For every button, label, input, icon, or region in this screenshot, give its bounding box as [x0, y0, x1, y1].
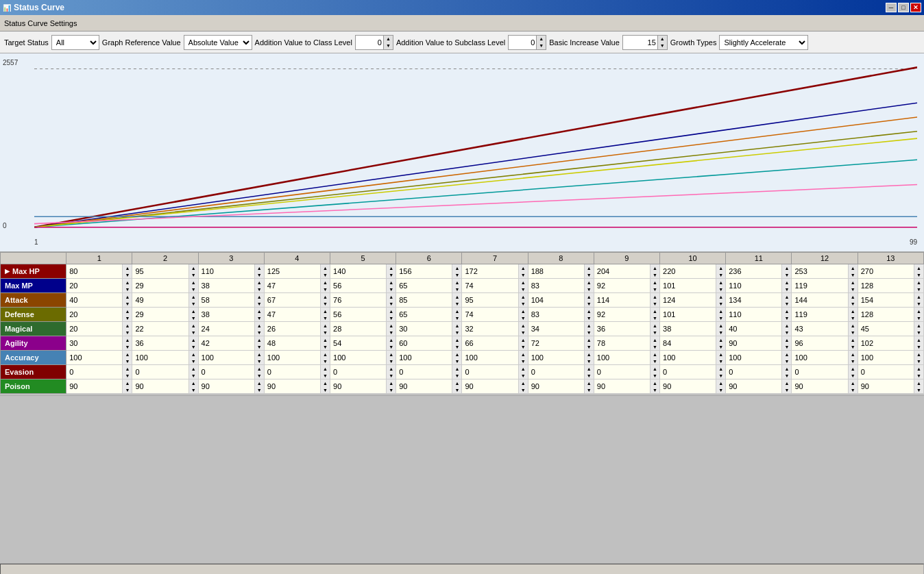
cell-spin-down[interactable]: ▼ [189, 286, 198, 292]
cell-spin-up[interactable]: ▲ [781, 293, 791, 300]
cell-spin-up[interactable]: ▲ [189, 279, 198, 286]
cell-spin-down[interactable]: ▼ [716, 386, 725, 393]
cell-spin-up[interactable]: ▲ [584, 322, 594, 329]
cell-spin-up[interactable]: ▲ [189, 351, 198, 358]
cell-spin-up[interactable]: ▲ [584, 293, 594, 300]
cell-spin-down[interactable]: ▼ [584, 300, 594, 307]
cell-spin-down[interactable]: ▼ [584, 358, 594, 364]
cell-spin-down[interactable]: ▼ [584, 314, 594, 321]
cell-spin-up[interactable]: ▲ [122, 279, 132, 286]
cell-spin-down[interactable]: ▼ [781, 271, 791, 278]
cell-spin-down[interactable]: ▼ [452, 314, 461, 321]
cell-spin-up[interactable]: ▲ [716, 379, 725, 386]
cell-spin-down[interactable]: ▼ [386, 372, 396, 379]
cell-spin-down[interactable]: ▼ [848, 300, 858, 307]
cell-spin-up[interactable]: ▲ [584, 264, 594, 271]
cell-spin-up[interactable]: ▲ [781, 336, 791, 343]
cell-spin-down[interactable]: ▼ [189, 358, 198, 364]
cell-spin-up[interactable]: ▲ [914, 293, 923, 300]
cell-spin-down[interactable]: ▼ [452, 300, 461, 307]
cell-spin-up[interactable]: ▲ [650, 336, 659, 343]
cell-spin-down[interactable]: ▼ [848, 372, 858, 379]
cell-spin-up[interactable]: ▲ [452, 336, 461, 343]
cell-spin-up[interactable]: ▲ [189, 336, 198, 343]
cell-spin-up[interactable]: ▲ [716, 336, 725, 343]
cell-spin-down[interactable]: ▼ [518, 329, 528, 336]
cell-spin-down[interactable]: ▼ [518, 286, 528, 292]
cell-spin-up[interactable]: ▲ [122, 351, 132, 358]
cell-spin-down[interactable]: ▼ [914, 286, 923, 292]
cell-spin-down[interactable]: ▼ [518, 343, 528, 350]
cell-spin-down[interactable]: ▼ [650, 358, 659, 364]
cell-spin-up[interactable]: ▲ [518, 322, 528, 329]
cell-spin-down[interactable]: ▼ [716, 286, 725, 292]
cell-spin-up[interactable]: ▲ [914, 322, 923, 329]
cell-spin-down[interactable]: ▼ [386, 314, 396, 321]
cell-spin-up[interactable]: ▲ [650, 379, 659, 386]
cell-spin-down[interactable]: ▼ [716, 314, 725, 321]
cell-spin-down[interactable]: ▼ [584, 343, 594, 350]
cell-spin-down[interactable]: ▼ [189, 271, 198, 278]
cell-spin-up[interactable]: ▲ [716, 308, 725, 314]
cell-spin-down[interactable]: ▼ [518, 300, 528, 307]
cell-spin-up[interactable]: ▲ [848, 293, 858, 300]
cell-spin-down[interactable]: ▼ [254, 286, 264, 292]
target-status-select[interactable]: All [51, 35, 99, 50]
add-subclass-up[interactable]: ▲ [536, 36, 546, 42]
cell-spin-down[interactable]: ▼ [650, 300, 659, 307]
cell-spin-down[interactable]: ▼ [518, 386, 528, 393]
cell-spin-down[interactable]: ▼ [320, 329, 330, 336]
cell-spin-up[interactable]: ▲ [254, 365, 264, 372]
cell-spin-down[interactable]: ▼ [254, 343, 264, 350]
cell-spin-down[interactable]: ▼ [452, 286, 461, 292]
maximize-button[interactable]: □ [898, 3, 909, 12]
cell-spin-down[interactable]: ▼ [584, 386, 594, 393]
cell-spin-up[interactable]: ▲ [122, 322, 132, 329]
cell-spin-down[interactable]: ▼ [914, 329, 923, 336]
cell-spin-up[interactable]: ▲ [650, 293, 659, 300]
row-label-magical[interactable]: Magical [1, 322, 66, 336]
cell-spin-down[interactable]: ▼ [716, 343, 725, 350]
cell-spin-down[interactable]: ▼ [189, 372, 198, 379]
cell-spin-up[interactable]: ▲ [650, 264, 659, 271]
cell-spin-down[interactable]: ▼ [320, 386, 330, 393]
cell-spin-up[interactable]: ▲ [584, 351, 594, 358]
cell-spin-down[interactable]: ▼ [848, 271, 858, 278]
cell-spin-up[interactable]: ▲ [452, 365, 461, 372]
cell-spin-up[interactable]: ▲ [716, 322, 725, 329]
cell-spin-down[interactable]: ▼ [386, 358, 396, 364]
cell-spin-down[interactable]: ▼ [122, 271, 132, 278]
cell-spin-down[interactable]: ▼ [122, 386, 132, 393]
cell-spin-up[interactable]: ▲ [584, 279, 594, 286]
cell-spin-down[interactable]: ▼ [650, 329, 659, 336]
cell-spin-down[interactable]: ▼ [254, 300, 264, 307]
cell-spin-up[interactable]: ▲ [386, 379, 396, 386]
cell-spin-up[interactable]: ▲ [848, 336, 858, 343]
add-subclass-input[interactable] [509, 36, 536, 49]
cell-spin-down[interactable]: ▼ [320, 358, 330, 364]
cell-spin-down[interactable]: ▼ [386, 286, 396, 292]
cell-spin-up[interactable]: ▲ [518, 264, 528, 271]
cell-spin-down[interactable]: ▼ [254, 329, 264, 336]
cell-spin-down[interactable]: ▼ [320, 300, 330, 307]
cell-spin-up[interactable]: ▲ [781, 365, 791, 372]
cell-spin-up[interactable]: ▲ [254, 308, 264, 314]
cell-spin-down[interactable]: ▼ [122, 343, 132, 350]
cell-spin-down[interactable]: ▼ [781, 372, 791, 379]
cell-spin-down[interactable]: ▼ [914, 386, 923, 393]
cell-spin-up[interactable]: ▲ [914, 336, 923, 343]
cell-spin-down[interactable]: ▼ [386, 386, 396, 393]
cell-spin-down[interactable]: ▼ [189, 300, 198, 307]
cell-spin-down[interactable]: ▼ [254, 271, 264, 278]
cell-spin-up[interactable]: ▲ [914, 279, 923, 286]
cell-spin-down[interactable]: ▼ [914, 372, 923, 379]
cell-spin-up[interactable]: ▲ [781, 379, 791, 386]
cell-spin-down[interactable]: ▼ [254, 314, 264, 321]
cell-spin-up[interactable]: ▲ [914, 365, 923, 372]
cell-spin-up[interactable]: ▲ [386, 264, 396, 271]
cell-spin-down[interactable]: ▼ [584, 372, 594, 379]
cell-spin-up[interactable]: ▲ [848, 279, 858, 286]
cell-spin-up[interactable]: ▲ [386, 279, 396, 286]
row-label-max-mp[interactable]: Max MP [1, 279, 66, 293]
cell-spin-up[interactable]: ▲ [716, 351, 725, 358]
